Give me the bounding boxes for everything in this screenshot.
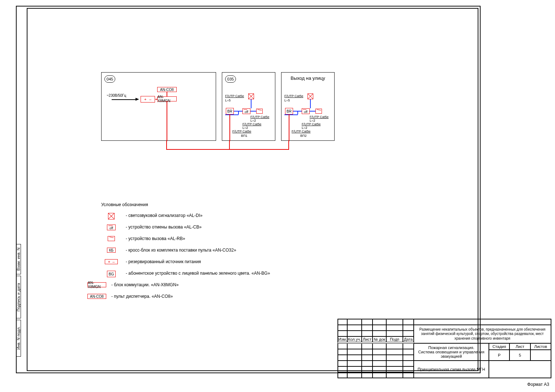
legend-psu-icon: + – <box>105 259 118 264</box>
r035-wire-x-off <box>251 99 251 108</box>
r035-cable4: F/UTP Cat5e <box>232 130 251 133</box>
tb-hdr-izm: Изм. <box>338 336 347 342</box>
rexit-signal-icon <box>307 93 313 99</box>
legend-row-x8: AN-X8MGN - блок коммутации. «AN-X8MGN» <box>101 282 282 290</box>
tb-drawing-title: Принципиальная схема вызова МГН <box>414 361 489 378</box>
legend-off-text: - устройство отмены вызова «AL-CB» <box>126 225 282 230</box>
room-035-badge: 035 <box>225 75 236 83</box>
tb-col-list: Лист <box>509 343 530 350</box>
tb-col-listov: Листов <box>530 343 551 350</box>
r035-l2a: L=2 <box>250 119 256 122</box>
tb-hdr-list: Лист <box>362 336 373 342</box>
legend-row-call: - устройство вызова «AL-RB» <box>101 236 282 244</box>
rexit-cable4: F/UTP Cat5e <box>292 130 310 133</box>
rexit-wire-x-off <box>310 99 311 108</box>
legend-row-psu: + – - резервированный источник питания <box>101 259 282 267</box>
rexit-l2a: L=2 <box>310 119 315 122</box>
r035-cable1: F/UTP Cat5e <box>225 94 244 98</box>
rexit-wire-split-v <box>297 111 298 114</box>
r035-bp: ВП1 <box>241 134 247 138</box>
tb-hdr-podp: Подп <box>386 336 403 342</box>
power-label: ~230В/50Гц <box>107 93 126 97</box>
tb-col-stadia: Стадия <box>489 343 509 350</box>
legend-block: Условные обозначения - светозвуковой сиг… <box>101 202 282 305</box>
tab-inv-podl: Инв. N подл. <box>16 320 21 357</box>
tab-vzam-inv: Взам. инв. N <box>16 244 21 274</box>
wire-co8-x8 <box>167 92 167 96</box>
rexit-l2b: L=2 <box>302 126 307 130</box>
rexit-cable2: F/UTP Cat5e <box>310 115 328 119</box>
legend-co8-text: - пульт диспетчера. «AN-CO8» <box>111 294 282 299</box>
title-block: Изм. Кол.уч. Лист № док Подп Дата Размещ… <box>337 319 551 379</box>
tb-val-stadia: Р <box>489 350 509 361</box>
r035-off: off <box>242 108 250 114</box>
room-045-badge: 045 <box>104 75 115 83</box>
tb-hdr-data: Дата <box>403 336 414 342</box>
legend-row-co8: AN-CO8 - пульт диспетчера. «AN-CO8» <box>101 294 282 302</box>
psu-minus: – <box>149 97 151 101</box>
legend-off-icon: off <box>107 225 116 230</box>
tb-hdr-kol: Кол.уч. <box>347 336 362 342</box>
rexit-call <box>315 109 322 114</box>
room-045: 045 ~230В/50Гц + – AN-CO8 AN-X8MGN <box>101 72 216 141</box>
rexit-cable3: F/UTP Cat5e <box>302 122 320 126</box>
legend-row-off: off - устройство отмены вызова «AL-CB» <box>101 225 282 232</box>
power-arrow-head <box>135 98 139 101</box>
psu-plus: + <box>144 97 146 101</box>
rexit-l5: L=5 <box>284 99 290 102</box>
bus-horizontal <box>166 149 289 150</box>
legend-call-text: - устройство вызова «AL-RB» <box>126 236 282 241</box>
psu-symbol: + – <box>141 96 155 103</box>
rexit-off: off <box>302 108 310 114</box>
tb-val-listov <box>530 350 551 361</box>
tb-val-list: 5 <box>509 350 530 361</box>
legend-x8-icon: AN-X8MGN <box>87 282 106 287</box>
r035-l5: L=5 <box>225 99 231 102</box>
legend-bg-text: - абонентское устройство с лицевой панел… <box>126 271 282 276</box>
r035-l2b: L=2 <box>242 126 248 130</box>
rexit-red-down <box>289 114 289 141</box>
r035-wire-split-v <box>238 111 239 114</box>
drawing-sheet: Взам. инв. N Подпись и дата Инв. N подл.… <box>0 0 555 392</box>
legend-psu-text: - резервированный источник питания <box>126 259 282 264</box>
rexit-cable1: F/UTP Cat5e <box>284 94 303 98</box>
r035-wire-split-h <box>225 114 238 115</box>
r035-cable2: F/UTP Cat5e <box>250 115 269 119</box>
room-exit-title: Выход на улицу <box>281 75 334 81</box>
rexit-wire-off-call <box>310 111 315 112</box>
legend-row-kb: КБ - кросс-блок из комплекта поставки пу… <box>101 248 282 256</box>
legend-call-icon <box>108 236 115 241</box>
legend-signal-icon <box>108 213 115 219</box>
r035-br: BR <box>226 108 234 114</box>
r035-red-down <box>229 114 230 141</box>
legend-kb-icon: КБ <box>107 248 116 253</box>
rexit-br: BR <box>285 108 293 114</box>
legend-row-signal: - светозвуковой сигнализатор «AL-DI» <box>101 213 282 221</box>
tb-hdr-ndok: № док <box>373 336 386 342</box>
legend-kb-text: - кросс-блок из комплекта поставки пульт… <box>126 248 282 253</box>
rexit-bp: ВП2 <box>300 134 306 138</box>
legend-psu-plus: + <box>108 260 110 264</box>
binding-tabs: Взам. инв. N Подпись и дата Инв. N подл. <box>16 244 27 357</box>
legend-signal-text: - светозвуковой сигнализатор «AL-DI» <box>126 213 282 218</box>
legend-title: Условные обозначения <box>101 202 282 207</box>
wire-psu-x8 <box>155 99 158 100</box>
legend-psu-minus: – <box>112 260 115 264</box>
room-035: 035 F/UTP Cat5e L=5 BR off F/UTP Cat5e L… <box>222 72 275 141</box>
tb-project-text: Размещение некапитальных объектов, предн… <box>414 325 551 344</box>
tb-system-title: Пожарная сигнализация. Система оповещени… <box>414 343 489 361</box>
legend-x8-text: - блок коммутации. «AN-X8MGN» <box>111 282 282 287</box>
r035-call <box>256 109 263 114</box>
tab-podpis-data: Подпись и дата <box>16 276 21 318</box>
module-an-x8mgn: AN-X8MGN <box>157 96 177 101</box>
bus-exit-down <box>288 141 289 149</box>
legend-row-bg: BG - абонентское устройство с лицевой па… <box>101 271 282 279</box>
wire-x8-down <box>167 101 167 141</box>
inner-frame <box>27 8 478 371</box>
legend-co8-icon: AN-CO8 <box>87 294 106 299</box>
rexit-wire-split-h <box>284 114 298 115</box>
bus-045-down <box>166 141 167 149</box>
r035-wire-off-call <box>250 111 256 112</box>
r035-cable3: F/UTP Cat5e <box>242 122 261 126</box>
room-exit: Выход на улицу F/UTP Cat5e L=5 BR off F/… <box>281 72 335 141</box>
